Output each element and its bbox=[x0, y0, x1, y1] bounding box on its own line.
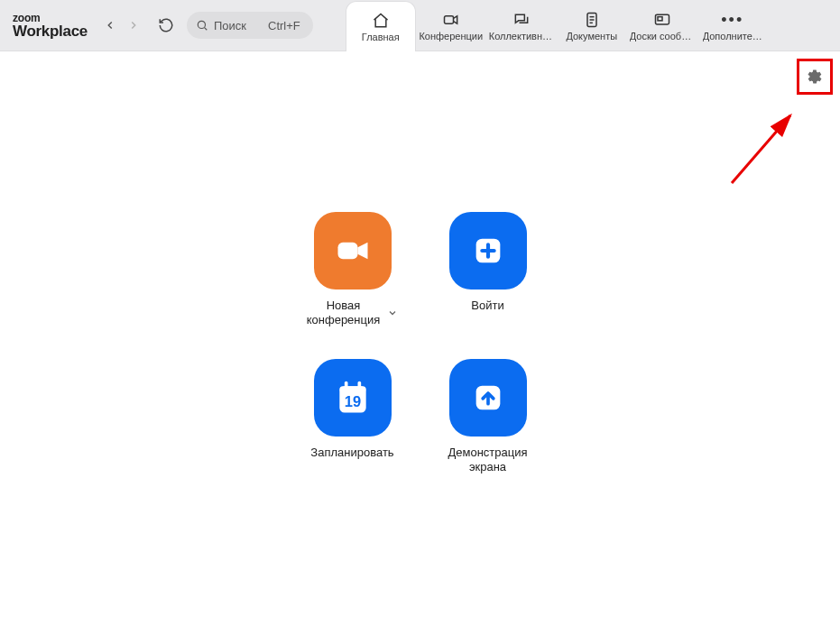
svg-rect-13 bbox=[339, 386, 365, 392]
tile-label: Демонстрация экрана bbox=[448, 446, 527, 475]
main-content: Новая конференция Войти 19 Запланировать… bbox=[0, 51, 840, 625]
share-screen-tile[interactable]: Демонстрация экрана bbox=[420, 359, 556, 475]
tile-label: Запланировать bbox=[310, 446, 393, 460]
tab-label: Доски сообще… bbox=[630, 31, 695, 41]
tab-label: Коллективный … bbox=[489, 31, 554, 41]
search-shortcut: Ctrl+F bbox=[268, 19, 300, 32]
history-nav bbox=[98, 11, 145, 40]
chevron-left-icon bbox=[104, 19, 116, 32]
tab-label: Документы bbox=[566, 31, 617, 41]
svg-text:19: 19 bbox=[344, 393, 360, 409]
history-icon bbox=[158, 17, 174, 33]
svg-line-1 bbox=[205, 28, 208, 31]
history-button[interactable] bbox=[152, 12, 180, 39]
gear-icon bbox=[807, 69, 823, 85]
svg-rect-2 bbox=[444, 16, 453, 23]
whiteboard-icon bbox=[653, 11, 671, 29]
home-tiles: Новая конференция Войти 19 Запланировать… bbox=[285, 212, 556, 474]
annotation-arrow bbox=[723, 102, 813, 192]
video-icon bbox=[442, 11, 460, 29]
tab-label: Главная bbox=[362, 32, 400, 42]
more-icon: ••• bbox=[721, 11, 743, 29]
svg-rect-8 bbox=[658, 17, 662, 21]
search-input[interactable]: Поиск Ctrl+F bbox=[187, 12, 313, 39]
forward-button[interactable] bbox=[122, 11, 145, 40]
brand-line1: zoom bbox=[13, 13, 88, 23]
chevron-down-icon[interactable] bbox=[387, 308, 398, 318]
tile-label: Новая конференция bbox=[307, 299, 381, 328]
join-tile[interactable]: Войти bbox=[420, 212, 556, 328]
app-brand: zoom Workplace bbox=[13, 13, 88, 39]
video-camera-icon bbox=[333, 231, 373, 271]
share-arrow-icon bbox=[470, 380, 506, 416]
tab-documents[interactable]: Документы bbox=[557, 0, 627, 51]
join-button[interactable] bbox=[449, 212, 527, 290]
plus-icon bbox=[470, 233, 506, 269]
new-meeting-button[interactable] bbox=[314, 212, 392, 290]
document-icon bbox=[583, 11, 601, 29]
tab-label: Дополните… bbox=[703, 31, 762, 41]
tab-home[interactable]: Главная bbox=[346, 1, 416, 52]
chat-icon bbox=[512, 11, 531, 29]
search-icon bbox=[196, 19, 208, 32]
new-meeting-tile[interactable]: Новая конференция bbox=[285, 212, 420, 328]
tab-label: Конференции bbox=[419, 31, 483, 41]
tab-conferences[interactable]: Конференции bbox=[416, 0, 486, 51]
main-tabs: Главная Конференции Коллективный … Докум… bbox=[346, 0, 768, 51]
back-button[interactable] bbox=[98, 11, 122, 40]
home-icon bbox=[372, 12, 390, 30]
chevron-right-icon bbox=[127, 19, 140, 32]
share-screen-button[interactable] bbox=[449, 359, 527, 437]
annotation-highlight-box bbox=[797, 59, 833, 95]
svg-line-9 bbox=[732, 115, 790, 183]
tile-label: Войти bbox=[471, 299, 503, 313]
settings-button[interactable] bbox=[800, 62, 829, 91]
calendar-icon: 19 bbox=[333, 378, 373, 418]
schedule-tile[interactable]: 19 Запланировать bbox=[285, 359, 420, 475]
tab-whiteboards[interactable]: Доски сообще… bbox=[627, 0, 697, 51]
tab-teamchat[interactable]: Коллективный … bbox=[486, 0, 557, 51]
svg-point-0 bbox=[198, 21, 205, 28]
brand-line2: Workplace bbox=[13, 23, 88, 39]
top-toolbar: zoom Workplace Поиск Ctrl+F Главная Конф… bbox=[0, 0, 840, 51]
search-placeholder: Поиск bbox=[214, 19, 246, 32]
schedule-button[interactable]: 19 bbox=[314, 359, 392, 437]
tab-more[interactable]: ••• Дополните… bbox=[697, 0, 768, 51]
svg-rect-10 bbox=[337, 243, 357, 259]
